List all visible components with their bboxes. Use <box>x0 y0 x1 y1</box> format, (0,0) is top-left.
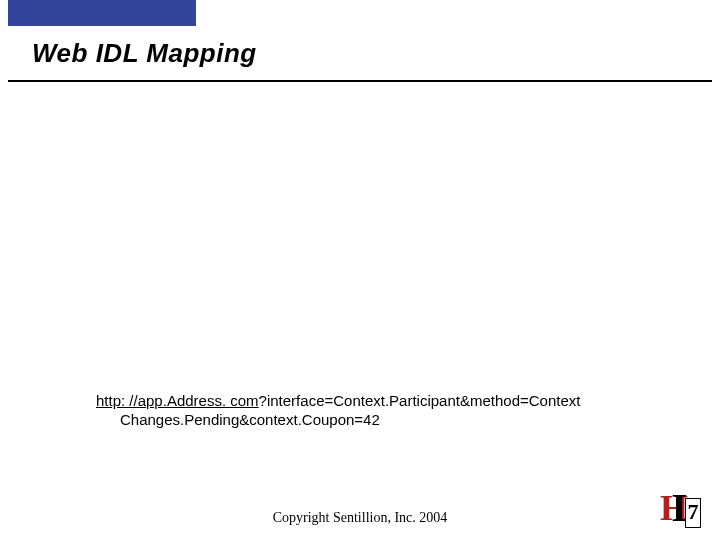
logo-7-glyph: 7 <box>685 498 701 528</box>
example-url-query1: ?interface=Context.Participant&method=Co… <box>259 392 581 409</box>
header-accent-bar <box>8 0 196 26</box>
example-url-link[interactable]: http: //app.Address. com <box>96 392 259 409</box>
copyright-text: Copyright Sentillion, Inc. 2004 <box>0 510 720 526</box>
example-url-line2: Changes.Pending&context.Coupon=42 <box>96 411 680 430</box>
slide-title: Web IDL Mapping <box>32 38 257 68</box>
title-underline <box>8 80 712 82</box>
example-url-line1: http: //app.Address. com?interface=Conte… <box>96 392 680 411</box>
hl7-logo: H L 7 <box>660 490 700 528</box>
slide-title-wrap: Web IDL Mapping <box>32 38 257 69</box>
example-url-block: http: //app.Address. com?interface=Conte… <box>96 392 680 430</box>
